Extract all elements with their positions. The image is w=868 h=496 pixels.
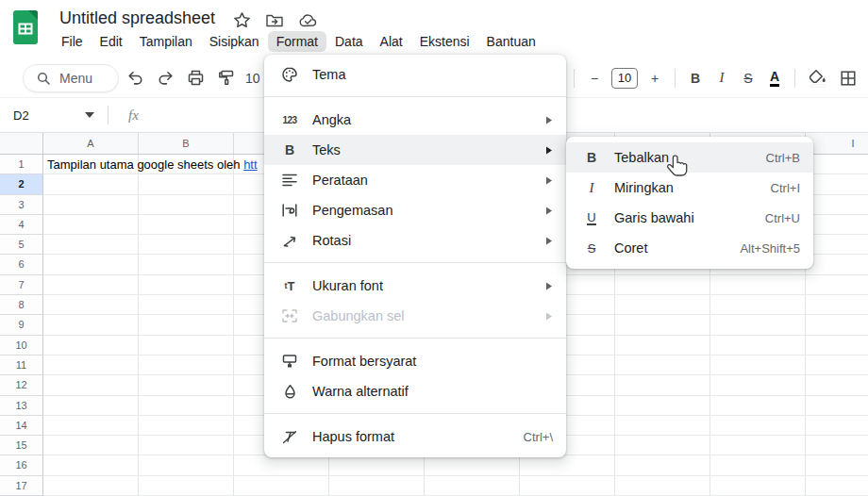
borders-icon [840, 70, 857, 87]
row-header-1[interactable]: 1 [0, 155, 43, 174]
row-header-17[interactable]: 17 [0, 476, 43, 496]
cloud-saved-icon[interactable] [298, 12, 319, 28]
menu-file[interactable]: File [53, 31, 92, 52]
submenu-item-coret[interactable]: S Coret Alt+Shift+5 [566, 233, 813, 263]
row-header-10[interactable]: 10 [0, 336, 43, 355]
row-header-7[interactable]: 7 [0, 275, 43, 295]
strikethrough-button[interactable]: S [735, 71, 761, 86]
redo-button[interactable] [151, 64, 179, 92]
clear-format-icon [279, 430, 300, 444]
name-box[interactable]: D2 [0, 108, 68, 123]
menu-item-label: Format bersyarat [312, 354, 553, 369]
submenu-arrow-icon [545, 146, 553, 155]
submenu-item-garis-bawahi[interactable]: U Garis bawahi Ctrl+U [566, 203, 813, 233]
submenu-item-miringkan[interactable]: I Miringkan Ctrl+I [566, 173, 813, 203]
row-header-5[interactable]: 5 [0, 235, 43, 255]
submenu-item-tebalkan[interactable]: B Tebalkan Ctrl+B [566, 142, 813, 173]
submenu-item-label: Coret [614, 240, 740, 256]
toolbar-divider [675, 69, 676, 88]
menu-item-pengemasan[interactable]: Pengemasan [264, 195, 566, 225]
menu-ekstensi[interactable]: Ekstensi [411, 31, 478, 52]
bold-icon: B [581, 150, 602, 165]
increase-font-size-button[interactable]: + [642, 71, 668, 86]
row-header-15[interactable]: 15 [0, 436, 43, 455]
row-header-16[interactable]: 16 [0, 455, 43, 475]
alternating-colors-icon [279, 384, 300, 399]
submenu-arrow-icon [545, 237, 553, 245]
menu-divider [264, 338, 566, 339]
row-header-8[interactable]: 8 [0, 295, 43, 315]
search-menu-button[interactable]: Menu [23, 64, 119, 92]
menu-item-angka[interactable]: 123 Angka [264, 105, 566, 135]
menu-tampilan[interactable]: Tampilan [131, 31, 201, 52]
fill-color-button[interactable] [804, 64, 832, 92]
menu-item-tema[interactable]: Tema [264, 59, 566, 90]
undo-button[interactable] [121, 64, 149, 92]
row-header-6[interactable]: 6 [0, 255, 43, 274]
row-header-11[interactable]: 11 [0, 355, 43, 375]
paint-format-button[interactable] [211, 64, 240, 92]
submenu-item-shortcut: Ctrl+B [766, 151, 800, 165]
row-header-12[interactable]: 12 [0, 375, 43, 395]
menu-item-ukuran-font[interactable]: tT Ukuran font [264, 271, 566, 301]
submenu-arrow-icon [545, 312, 553, 321]
row-header-3[interactable]: 3 [0, 195, 43, 215]
column-header-a[interactable]: A [43, 133, 139, 154]
conditional-format-icon [279, 354, 300, 369]
row-header-9[interactable]: 9 [0, 315, 43, 335]
borders-button[interactable] [834, 64, 862, 92]
bold-icon: B [279, 142, 300, 157]
row-header-13[interactable]: 13 [0, 396, 43, 416]
text-submenu: B Tebalkan Ctrl+B I Miringkan Ctrl+I U G… [566, 137, 813, 269]
select-all-corner[interactable] [0, 133, 43, 155]
toolbar-divider [574, 69, 575, 88]
submenu-arrow-icon [545, 207, 553, 215]
row-header-14[interactable]: 14 [0, 416, 43, 436]
zoom-control[interactable]: 10 [245, 71, 260, 86]
print-button[interactable] [181, 64, 209, 92]
submenu-arrow-icon [545, 282, 553, 290]
menu-alat[interactable]: Alat [372, 31, 411, 52]
font-size-input[interactable]: 10 [611, 68, 638, 89]
undo-icon [126, 70, 144, 87]
italic-button[interactable]: I [709, 70, 735, 86]
column-header-i[interactable]: I [806, 133, 868, 154]
row-header-4[interactable]: 4 [0, 215, 43, 235]
row-header-2-selected[interactable]: 2 [0, 174, 43, 194]
sheets-logo[interactable] [12, 9, 39, 45]
font-size-icon: tT [279, 279, 300, 293]
menu-item-teks[interactable]: B Teks [264, 135, 566, 165]
menu-format[interactable]: Format [268, 31, 326, 52]
name-box-dropdown-icon[interactable] [85, 112, 94, 118]
text-rotation-icon [279, 234, 300, 248]
menu-bantuan[interactable]: Bantuan [478, 31, 544, 52]
menu-edit[interactable]: Edit [92, 31, 131, 52]
star-icon[interactable] [233, 11, 251, 29]
menu-item-label: Warna alternatif [312, 384, 553, 399]
cell-a1-content[interactable]: Tampilan utama google sheets oleh htt [47, 155, 258, 174]
text-color-button[interactable]: A [761, 69, 788, 87]
menu-item-format-bersyarat[interactable]: Format bersyarat [264, 346, 566, 376]
menu-item-perataan[interactable]: Perataan [264, 165, 566, 195]
menu-data[interactable]: Data [326, 31, 372, 52]
menu-divider [264, 96, 566, 97]
column-header-b[interactable]: B [139, 133, 234, 154]
move-folder-icon[interactable] [265, 12, 284, 29]
menu-item-label: Perataan [312, 173, 538, 188]
menu-sisipkan[interactable]: Sisipkan [201, 31, 268, 52]
decrease-font-size-button[interactable]: − [581, 71, 608, 86]
redo-icon [157, 70, 175, 87]
search-label: Menu [59, 71, 92, 86]
submenu-item-label: Garis bawahi [614, 210, 765, 225]
menu-item-label: Pengemasan [312, 203, 538, 218]
cell-a1-text: Tampilan utama google sheets oleh [47, 157, 243, 172]
toolbar-divider [794, 69, 795, 88]
submenu-item-shortcut: Ctrl+U [765, 211, 800, 225]
menu-item-rotasi[interactable]: Rotasi [264, 225, 566, 256]
cell-a1-link[interactable]: htt [243, 157, 257, 172]
submenu-arrow-icon [545, 116, 553, 124]
menu-item-hapus-format[interactable]: Hapus format Ctrl+\ [264, 422, 566, 452]
menu-item-warna-alternatif[interactable]: Warna alternatif [264, 376, 566, 406]
bold-button[interactable]: B [682, 71, 709, 86]
document-title[interactable]: Untitled spreadsheet [59, 8, 215, 28]
